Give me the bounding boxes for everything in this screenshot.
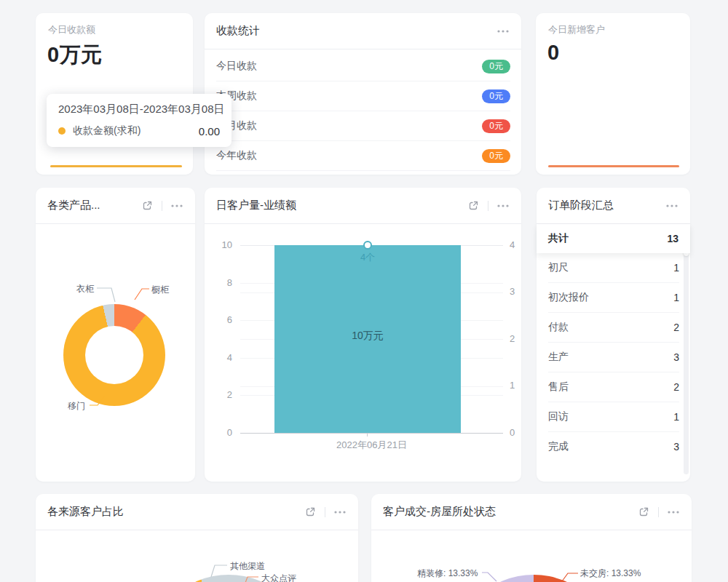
scrollbar-track (684, 226, 689, 474)
pie-label-dianping: 大众点评 (261, 573, 296, 582)
divider (488, 201, 488, 211)
right-axis-tick: 3 (510, 286, 515, 297)
left-axis-tick: 10 (205, 239, 232, 250)
series-dot-icon (58, 127, 66, 135)
kpi-label: 今日收款额 (48, 23, 95, 36)
donut-label-slidingdoor: 移门 (68, 400, 85, 412)
stage-value: 3 (673, 351, 679, 363)
tooltip-series-value: 0.00 (199, 125, 220, 137)
stage-value: 1 (673, 292, 679, 303)
left-axis-tick: 8 (205, 277, 232, 288)
expand-icon[interactable] (467, 199, 480, 212)
tooltip-date-range: 2023年03月08日-2023年03月08日 (58, 103, 220, 116)
stage-label: 完成 (548, 440, 673, 453)
donut-label-wardrobe: 衣柜 (76, 283, 94, 295)
right-axis-tick: 4 (510, 239, 515, 250)
stage-label: 付款 (548, 321, 673, 334)
sparkline-flat (50, 165, 182, 167)
kpi-value: 0 (547, 41, 560, 65)
stat-row: 本月收款 0元 (216, 111, 510, 141)
more-icon[interactable] (496, 25, 510, 38)
card-title: 日客户量-业绩额 (216, 199, 467, 212)
card-title: 各来源客户占比 (47, 505, 304, 519)
stage-value: 1 (673, 411, 679, 423)
stage-value: 2 (673, 322, 679, 333)
card-source-pie: 各来源客户占比 其他渠道 大众点评 (36, 494, 358, 582)
pie-label-refined-decoration: 精装修: 13.33% (417, 567, 478, 580)
stage-row: 生产 3 (548, 343, 679, 372)
more-icon[interactable] (170, 199, 183, 212)
stage-value: 1 (673, 262, 679, 274)
stat-label: 本周收款 (216, 89, 482, 103)
donut-hole (85, 326, 143, 384)
donut-label-cabinet: 橱柜 (151, 284, 169, 296)
stage-row: 回访 1 (548, 402, 679, 432)
divider (325, 507, 325, 517)
card-product-donut: 各类产品... 衣柜 橱柜 移门 (36, 188, 195, 482)
stage-value: 2 (673, 381, 679, 393)
more-icon[interactable] (496, 199, 510, 212)
stage-row-total: 共计 13 (537, 224, 690, 253)
card-daily-bar-chart: 日客户量-业绩额 10 8 6 4 2 0 4 3 2 1 0 (205, 188, 521, 482)
stage-row: 初尺 1 (548, 253, 679, 283)
divider (658, 507, 659, 517)
divider (162, 201, 162, 211)
expand-icon[interactable] (637, 506, 650, 519)
stage-row: 售后 2 (548, 372, 679, 402)
stage-row: 付款 2 (548, 313, 679, 343)
stage-label: 回访 (548, 410, 673, 423)
status-badge: 0元 (482, 119, 510, 133)
stage-label: 生产 (548, 351, 673, 364)
status-badge: 0元 (482, 60, 510, 73)
stage-label: 共计 (548, 232, 667, 245)
pie-label-other-channel: 其他渠道 (230, 560, 265, 573)
point-value-label: 4个 (274, 251, 461, 264)
left-axis-tick: 0 (205, 427, 232, 438)
card-title: 客户成交-房屋所处状态 (383, 505, 637, 519)
bar-chart-plot: 10万元 4个 2022年06月21日 (240, 245, 503, 433)
status-badge: 0元 (482, 149, 510, 163)
left-axis-tick: 2 (205, 389, 232, 400)
stat-label: 今日收款 (216, 60, 482, 73)
card-title: 各类产品... (47, 199, 141, 212)
pie-label-not-delivered: 未交房: 13.33% (580, 567, 641, 580)
more-icon[interactable] (333, 506, 347, 519)
right-axis-tick: 2 (510, 333, 515, 344)
right-axis-tick: 1 (510, 380, 515, 391)
x-axis-label: 2022年06月21日 (240, 439, 503, 452)
card-collection-stats: 收款统计 今日收款 0元 本周收款 0元 本月收款 0元 今年收款 0元 (205, 13, 521, 175)
card-deal-pie: 客户成交-房屋所处状态 精装修: 13.33% 未交房: 13.33% (371, 494, 692, 582)
stat-row: 本周收款 0元 (216, 81, 510, 111)
bar-value-label: 10万元 (274, 330, 461, 343)
status-badge: 0元 (482, 89, 510, 103)
stat-label: 今年收款 (216, 149, 482, 162)
kpi-value: 0万元 (47, 41, 103, 70)
sparkline-flat (548, 165, 679, 167)
expand-icon[interactable] (304, 506, 317, 519)
expand-icon[interactable] (141, 199, 154, 212)
x-axis-tick (367, 433, 368, 436)
donut-chart (63, 304, 165, 406)
line-series-point (363, 241, 372, 250)
tooltip-series-label: 收款金额(求和) (73, 124, 141, 137)
card-title: 订单阶段汇总 (548, 199, 665, 212)
stage-value: 3 (673, 441, 679, 453)
card-title: 收款统计 (216, 24, 496, 38)
stat-row: 今日收款 0元 (216, 52, 510, 81)
chart-tooltip: 2023年03月08日-2023年03月08日 收款金额(求和) 0.00 (47, 94, 232, 147)
more-icon[interactable] (667, 506, 680, 519)
card-today-collection: 今日收款额 0万元 2023年03月08日-2023年03月08日 收款金额(求… (36, 13, 193, 175)
more-icon[interactable] (665, 199, 678, 212)
left-axis-tick: 4 (205, 352, 232, 363)
kpi-label: 今日新增客户 (548, 23, 605, 36)
stage-value: 13 (667, 233, 678, 244)
stage-label: 售后 (548, 380, 673, 394)
stat-label: 本月收款 (216, 119, 482, 132)
stage-label: 初尺 (548, 261, 673, 274)
stage-label: 初次报价 (548, 291, 673, 304)
stat-row: 今年收款 0元 (216, 141, 510, 171)
right-axis-tick: 0 (510, 427, 515, 438)
card-new-customers: 今日新增客户 0 (536, 13, 690, 175)
stage-row: 初次报价 1 (548, 283, 679, 313)
card-order-stages: 订单阶段汇总 共计 13 初尺 1 初次报价 1 付款 2 生产 3 售后 (537, 188, 690, 482)
